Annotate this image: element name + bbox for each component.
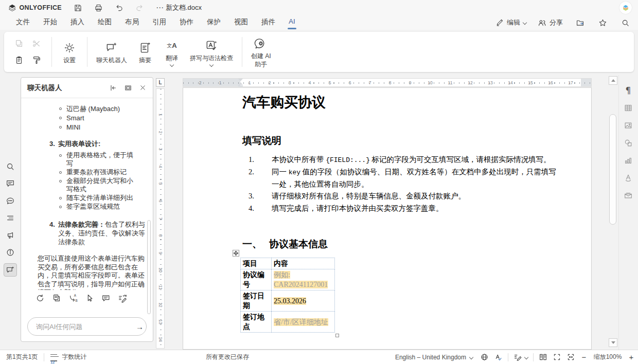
image-settings-button[interactable] [622, 119, 635, 132]
scroll-up-button[interactable] [609, 76, 617, 85]
copy-response-icon[interactable] [52, 294, 61, 303]
table-resize-handle[interactable] [335, 334, 339, 337]
translate-button[interactable]: 文A 翻译 [158, 36, 185, 68]
summary-button[interactable]: 摘要 [132, 38, 158, 66]
page-indicator[interactable]: 第1页共1页 [0, 350, 44, 364]
regenerate-icon[interactable] [36, 294, 45, 303]
doc-table: 项目 内容 协议编号 例如: CAR20241127001 签订日期 25.03… [240, 258, 335, 333]
left-indent-marker[interactable] [238, 82, 243, 85]
table-value-cell[interactable]: 省/市/区详细地址 [272, 312, 335, 333]
shape-settings-button[interactable] [622, 136, 635, 150]
tab-ai[interactable]: AI [282, 15, 302, 30]
scroll-down-button[interactable] [609, 338, 617, 347]
insert-at-cursor-icon[interactable] [85, 294, 94, 303]
tab-draw[interactable]: 绘图 [91, 15, 118, 30]
v-ruler[interactable]: 1234567891011121314 [156, 88, 165, 349]
favorite-button[interactable] [597, 17, 608, 28]
chat-scrollbar-thumb[interactable] [147, 220, 151, 314]
copy-button[interactable] [12, 37, 26, 50]
zoom-in-button[interactable]: + [628, 353, 635, 361]
spellcheck-status-icon[interactable] [494, 353, 503, 361]
menubar: 文件 开始 插入 绘图 布局 引用 协作 保护 视图 插件 AI 编辑 [0, 15, 638, 30]
print-button[interactable] [93, 2, 104, 13]
ai-settings-button[interactable]: 设置 [56, 38, 83, 66]
table-value-cell[interactable]: 25.03.2026 [272, 290, 335, 312]
dock-left-icon[interactable] [109, 84, 117, 92]
review-changes-icon[interactable] [118, 294, 127, 303]
close-icon[interactable] [139, 84, 147, 92]
ai-chat-panel-button[interactable] [4, 263, 17, 277]
cut-button[interactable] [30, 37, 43, 50]
undo-button[interactable] [113, 2, 125, 13]
tab-collaboration[interactable]: 协作 [173, 15, 200, 30]
share-button[interactable]: 分享 [538, 18, 563, 27]
track-changes-button[interactable] [513, 353, 528, 361]
table-settings-button[interactable] [622, 101, 635, 115]
feedback-button[interactable] [4, 229, 17, 242]
mail-merge-button[interactable] [622, 189, 635, 202]
form-field-agreement-no[interactable]: 例如: CAR20241127001 [274, 271, 328, 288]
tab-protection[interactable]: 保护 [200, 15, 227, 30]
send-icon[interactable]: → [136, 322, 144, 331]
zoom-out-button[interactable]: − [580, 353, 588, 361]
tab-layout[interactable]: 布局 [118, 15, 146, 30]
chart-settings-button[interactable] [622, 154, 635, 167]
chatbot-button[interactable]: 聊天机器人 [92, 38, 132, 66]
open-file-location-button[interactable] [574, 17, 586, 28]
language-selector[interactable]: English – United Kingdom [393, 354, 475, 361]
list-item: 签字盖章区域规范 [59, 203, 148, 211]
table-label-cell[interactable]: 签订日期 [241, 290, 272, 312]
paragraph-settings-button[interactable]: ¶ [622, 84, 635, 97]
tab-stop-selector[interactable]: L [156, 78, 165, 87]
table-value-cell[interactable]: 例如: CAR20241127001 [272, 269, 335, 290]
chat-button[interactable] [4, 194, 17, 208]
word-count-button[interactable]: 12 字数统计 [44, 350, 93, 364]
editing-mode-button[interactable]: 编辑 [495, 18, 526, 27]
tab-home[interactable]: 开始 [37, 15, 64, 30]
bullet-icon [59, 126, 62, 129]
more-actions-button[interactable]: ⋯ [154, 2, 166, 13]
fit-page-icon[interactable] [553, 353, 561, 361]
table-move-handle[interactable] [233, 250, 239, 257]
comment-response-icon[interactable] [101, 294, 111, 303]
list-item: 重要条款有强调标记 [59, 168, 148, 176]
comments-button[interactable] [4, 177, 17, 190]
document-page[interactable]: 汽车购买协议 填写说明 1. 本协议中所有带 {FIELD:...} 标记的字段… [183, 87, 592, 350]
summary-label: 摘要 [139, 57, 151, 64]
tab-references[interactable]: 引用 [146, 15, 173, 30]
redo-button[interactable] [134, 2, 145, 13]
tab-file[interactable]: 文件 [9, 15, 37, 30]
ai-question-input[interactable] [30, 323, 127, 331]
tab-plugins[interactable]: 插件 [255, 15, 282, 30]
chat-panel-title: 聊天机器人 [27, 83, 109, 93]
create-ai-assistant-button[interactable]: 创建 AI 助手 [246, 34, 276, 70]
form-field-sign-date[interactable]: 25.03.2026 [274, 297, 306, 305]
table-header-cell[interactable]: 项目 [241, 258, 272, 269]
save-button[interactable] [72, 2, 83, 13]
cut-icon [32, 39, 41, 48]
fit-width-icon[interactable] [566, 353, 575, 361]
page-view-icon[interactable] [539, 353, 547, 361]
headings-button[interactable] [4, 211, 17, 225]
user-avatar[interactable] [619, 2, 632, 14]
open-window-icon[interactable] [124, 84, 132, 92]
document-language-icon[interactable] [480, 353, 489, 361]
form-field-sign-place[interactable]: 省/市/区详细地址 [274, 318, 328, 326]
document-scrollbar-thumb[interactable] [609, 114, 616, 225]
search-button[interactable] [619, 17, 631, 28]
replace-text-icon[interactable]: AB [68, 294, 78, 303]
table-label-cell[interactable]: 协议编号 [241, 269, 272, 290]
table-label-cell[interactable]: 签订地点 [241, 312, 272, 333]
format-painter-button[interactable] [30, 53, 43, 67]
textart-settings-button[interactable] [622, 171, 635, 185]
find-button[interactable] [4, 160, 17, 173]
about-button[interactable] [4, 246, 17, 259]
table-header-cell[interactable]: 内容 [272, 258, 335, 269]
paste-button[interactable] [12, 53, 26, 67]
tab-view[interactable]: 视图 [227, 15, 255, 30]
left-margin-marker[interactable] [238, 85, 243, 87]
spellcheck-button[interactable]: 拼写与语法检查 [185, 36, 238, 68]
share-label: 分享 [550, 18, 563, 27]
tab-insert[interactable]: 插入 [64, 15, 91, 30]
h-ruler[interactable]: 211234567891011121314151617 [183, 78, 592, 87]
